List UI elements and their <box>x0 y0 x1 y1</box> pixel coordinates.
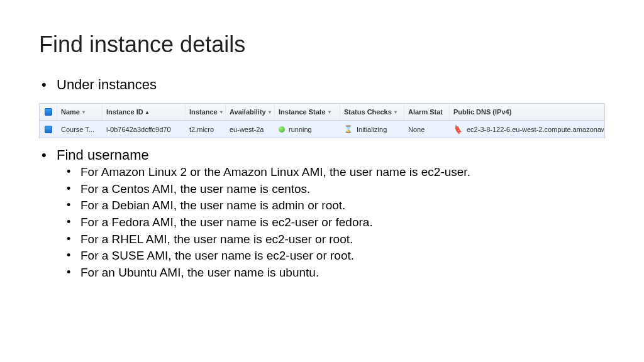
cell-status-checks-label: Initializing <box>357 126 387 133</box>
checkbox-icon[interactable] <box>45 108 52 116</box>
sort-icon: ▾ <box>220 109 223 115</box>
header-instance-id[interactable]: Instance ID▴ <box>103 104 186 120</box>
slide-title: Find instance details <box>39 31 605 58</box>
sort-asc-icon: ▴ <box>146 109 148 115</box>
header-status-checks[interactable]: Status Checks▾ <box>340 104 404 120</box>
cell-instance-type: t2.micro <box>186 121 226 138</box>
bullet-ami-ubuntu: For an Ubuntu AMI, the user name is ubun… <box>80 265 605 281</box>
header-alarm-stat[interactable]: Alarm Stat <box>404 104 450 120</box>
bullet-ami-suse: For a SUSE AMI, the user name is ec2-use… <box>80 248 605 264</box>
sort-icon: ▾ <box>328 109 331 115</box>
sort-icon: ▾ <box>394 109 397 115</box>
table-row[interactable]: Course T... i-0b7642a3dcffc9d70 t2.micro… <box>40 121 604 138</box>
cell-availability: eu-west-2a <box>226 121 275 138</box>
header-availability-label: Availability <box>230 108 266 116</box>
cell-status-checks: ⌛Initializing <box>340 121 404 138</box>
header-status-checks-label: Status Checks <box>344 108 392 116</box>
row-checkbox-cell[interactable] <box>40 121 57 138</box>
cell-instance-id: i-0b7642a3dcffc9d70 <box>103 121 186 138</box>
cell-public-dns: 🔖ec2-3-8-122-6.eu-west-2.compute.amazona… <box>450 121 604 138</box>
header-checkbox-cell[interactable] <box>40 104 57 120</box>
cell-instance-state: running <box>275 121 340 138</box>
header-instance-id-label: Instance ID <box>106 108 143 116</box>
bullet-find-username: Find username For Amazon Linux 2 or the … <box>57 147 605 281</box>
header-alarm-stat-label: Alarm Stat <box>408 108 443 116</box>
bullet-ami-centos: For a Centos AMI, the user name is cento… <box>80 182 605 197</box>
bullet-ami-amazon-linux: For Amazon Linux 2 or the Amazon Linux A… <box>80 165 605 180</box>
sort-icon: ▾ <box>269 109 271 115</box>
cell-alarm-stat: None <box>404 121 450 138</box>
table-header-row: Name▾ Instance ID▴ Instance▾ Availabilit… <box>40 104 604 121</box>
hourglass-icon: ⌛ <box>344 125 353 133</box>
cell-name: Course T... <box>57 121 103 138</box>
header-instance-state[interactable]: Instance State▾ <box>275 104 340 120</box>
sort-icon: ▾ <box>82 109 85 115</box>
header-availability[interactable]: Availability▾ <box>226 104 275 120</box>
cell-public-dns-label: ec2-3-8-122-6.eu-west-2.compute.amazonaw… <box>467 126 604 133</box>
checkbox-icon[interactable] <box>45 126 52 133</box>
header-name[interactable]: Name▾ <box>57 104 103 120</box>
bullet-under-instances: Under instances <box>57 77 605 93</box>
bullet-ami-fedora: For a Fedora AMI, the user name is ec2-u… <box>80 215 605 231</box>
tag-icon: 🔖 <box>452 124 464 134</box>
bullet-ami-rhel: For a RHEL AMI, the user name is ec2-use… <box>80 232 605 248</box>
header-instance-type-label: Instance <box>189 108 218 116</box>
status-running-icon <box>279 126 285 133</box>
header-instance-type[interactable]: Instance▾ <box>186 104 226 120</box>
bullet-ami-debian: For a Debian AMI, the user name is admin… <box>80 198 605 214</box>
header-instance-state-label: Instance State <box>279 108 326 116</box>
ec2-instances-table: Name▾ Instance ID▴ Instance▾ Availabilit… <box>39 103 605 138</box>
header-name-label: Name <box>61 108 80 116</box>
bullet-find-username-label: Find username <box>57 147 149 163</box>
cell-instance-state-label: running <box>289 126 312 133</box>
header-public-dns-label: Public DNS (IPv4) <box>453 108 511 116</box>
header-public-dns[interactable]: Public DNS (IPv4) <box>450 104 604 120</box>
